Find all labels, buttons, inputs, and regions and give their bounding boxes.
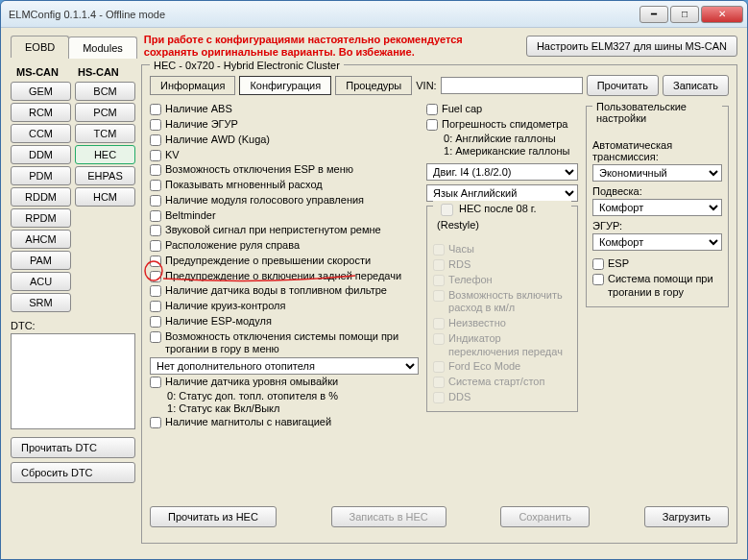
heater-select[interactable]: Нет дополнительного отопителя bbox=[150, 357, 419, 375]
checkbox[interactable] bbox=[150, 417, 161, 428]
checkbox-label: Система старт/стоп bbox=[448, 376, 544, 389]
tab-eobd[interactable]: EOBD bbox=[11, 36, 69, 58]
checkbox[interactable] bbox=[150, 256, 161, 267]
hs-can-header: HS-CAN bbox=[78, 66, 135, 78]
module-pam[interactable]: PAM bbox=[11, 251, 71, 270]
checkbox-option: RDS bbox=[433, 257, 571, 273]
checkbox[interactable] bbox=[150, 225, 161, 236]
checkbox-option[interactable]: Наличие датчика уровня омывайки bbox=[150, 375, 419, 390]
checkbox[interactable] bbox=[426, 104, 438, 115]
checkbox-option[interactable]: Наличие ABS bbox=[150, 102, 419, 117]
checkbox-option[interactable]: KV bbox=[150, 148, 419, 163]
checkbox-label: RDS bbox=[448, 258, 471, 272]
suspension-select[interactable]: Комфорт bbox=[592, 199, 722, 216]
subtab-info[interactable]: Информация bbox=[150, 76, 235, 95]
checkbox[interactable] bbox=[426, 119, 438, 131]
checkbox[interactable] bbox=[150, 240, 161, 252]
subtab-config[interactable]: Конфигурация bbox=[239, 76, 331, 95]
checkbox-option[interactable]: Наличие ЭГУР bbox=[150, 117, 419, 133]
module-pcm[interactable]: PCM bbox=[75, 103, 135, 122]
module-ccm[interactable]: CCM bbox=[11, 124, 71, 143]
restyle-checkbox[interactable] bbox=[441, 204, 453, 216]
checkbox-option[interactable]: Наличие ESP-модуля bbox=[150, 314, 419, 329]
module-acu[interactable]: ACU bbox=[11, 272, 71, 291]
transmission-select[interactable]: Экономичный bbox=[592, 164, 722, 182]
checkbox[interactable] bbox=[150, 210, 161, 222]
subtab-procedures[interactable]: Процедуры bbox=[335, 76, 412, 95]
checkbox-option[interactable]: Fuel cap bbox=[426, 102, 578, 117]
maximize-button[interactable]: □ bbox=[670, 6, 699, 23]
dtc-list[interactable] bbox=[11, 333, 135, 429]
checkbox[interactable] bbox=[592, 258, 604, 270]
module-rcm[interactable]: RCM bbox=[11, 103, 71, 122]
checkbox-option[interactable]: Beltminder bbox=[150, 208, 419, 224]
checkbox-option[interactable]: Наличие датчика воды в топливном фильтре bbox=[150, 283, 419, 299]
clear-dtc-button[interactable]: Сбросить DTC bbox=[11, 462, 135, 483]
checkbox-option[interactable]: Предупреждение о превышении скорости bbox=[150, 254, 419, 269]
read-from-hec-button[interactable]: Прочитать из HEC bbox=[150, 506, 277, 527]
checkbox-label: Fuel cap bbox=[442, 103, 482, 116]
engine-select[interactable]: Двиг. I4 (1.8/2.0) bbox=[426, 163, 578, 181]
module-srm[interactable]: SRM bbox=[11, 293, 71, 312]
checkbox-option[interactable]: Наличие круиз-контроля bbox=[150, 299, 419, 314]
configure-elm-button[interactable]: Настроить ELM327 для шины MS-CAN bbox=[526, 36, 737, 57]
checkbox[interactable] bbox=[150, 331, 161, 343]
checkbox[interactable] bbox=[592, 274, 604, 285]
language-select[interactable]: Язык Английский bbox=[426, 184, 578, 202]
tab-modules[interactable]: Modules bbox=[68, 37, 137, 59]
checkbox[interactable] bbox=[150, 316, 161, 328]
dtc-label: DTC: bbox=[11, 320, 135, 331]
checkbox-option[interactable]: Возможность отключения системы помощи пр… bbox=[150, 329, 419, 358]
module-hcm[interactable]: HCM bbox=[75, 187, 135, 207]
module-pdm[interactable]: PDM bbox=[11, 166, 71, 185]
vin-input[interactable] bbox=[441, 77, 583, 94]
checkbox[interactable] bbox=[150, 377, 161, 388]
checkbox-option[interactable]: Возможность отключения ESP в меню bbox=[150, 162, 419, 178]
module-rpdm[interactable]: RPDM bbox=[11, 208, 71, 228]
warning-text: При работе с конфигурациями настоятельно… bbox=[144, 34, 519, 59]
checkbox-option[interactable]: Наличие магнитолы с навигацией bbox=[150, 415, 419, 430]
checkbox[interactable] bbox=[150, 195, 161, 207]
checkbox-option[interactable]: Показывать мгновенный расход bbox=[150, 178, 419, 193]
module-rddm[interactable]: RDDM bbox=[11, 187, 71, 207]
module-ahcm[interactable]: AHCM bbox=[11, 230, 71, 249]
module-bcm[interactable]: BCM bbox=[75, 82, 135, 101]
checkbox bbox=[433, 392, 445, 403]
module-gem[interactable]: GEM bbox=[11, 82, 71, 101]
write-button[interactable]: Записать bbox=[663, 75, 729, 96]
checkbox-option[interactable]: Система помощи при трогании в гору bbox=[592, 272, 722, 301]
checkbox-option[interactable]: Наличие AWD (Kuga) bbox=[150, 133, 419, 148]
checkbox-option[interactable]: Расположение руля справа bbox=[150, 238, 419, 254]
checkbox-option[interactable]: Звуковой сигнал при непристегнутом ремне bbox=[150, 223, 419, 238]
checkbox-option[interactable]: Предупреждение о включении задней переда… bbox=[150, 269, 419, 284]
checkbox-option[interactable]: Погрешность спидометра bbox=[426, 117, 578, 133]
close-button[interactable]: ✕ bbox=[701, 6, 743, 23]
load-button[interactable]: Загрузить bbox=[644, 506, 729, 527]
checkbox[interactable] bbox=[150, 301, 161, 312]
module-ehpas[interactable]: EHPAS bbox=[75, 166, 135, 185]
save-button: Сохранить bbox=[500, 506, 590, 527]
read-dtc-button[interactable]: Прочитать DTC bbox=[11, 437, 135, 458]
module-hec[interactable]: HEC bbox=[75, 145, 135, 164]
checkbox-label: Неизвестно bbox=[448, 317, 506, 330]
checkbox-label: Погрешность спидометра bbox=[442, 118, 567, 132]
checkbox-option: Ford Eco Mode bbox=[433, 359, 571, 375]
egur-select[interactable]: Комфорт bbox=[592, 233, 722, 251]
checkbox[interactable] bbox=[150, 119, 161, 131]
checkbox[interactable] bbox=[150, 271, 161, 282]
checkbox[interactable] bbox=[150, 104, 161, 115]
module-tcm[interactable]: TCM bbox=[75, 124, 135, 143]
checkbox-option: Индикатор переключения передач bbox=[433, 331, 571, 360]
checkbox[interactable] bbox=[150, 180, 161, 191]
checkbox[interactable] bbox=[150, 134, 161, 146]
checkbox-option[interactable]: ESP bbox=[592, 256, 722, 272]
minimize-button[interactable]: ━ bbox=[639, 6, 668, 23]
checkbox-option[interactable]: Наличие модуля голосового управления bbox=[150, 193, 419, 208]
checkbox[interactable] bbox=[150, 150, 161, 161]
module-ddm[interactable]: DDM bbox=[11, 145, 71, 164]
checkbox[interactable] bbox=[150, 164, 161, 176]
checkbox-label: DDS bbox=[448, 391, 471, 404]
checkbox-label: Предупреждение о включении задней переда… bbox=[165, 270, 401, 283]
read-button[interactable]: Прочитать bbox=[587, 75, 659, 96]
checkbox[interactable] bbox=[150, 285, 161, 297]
